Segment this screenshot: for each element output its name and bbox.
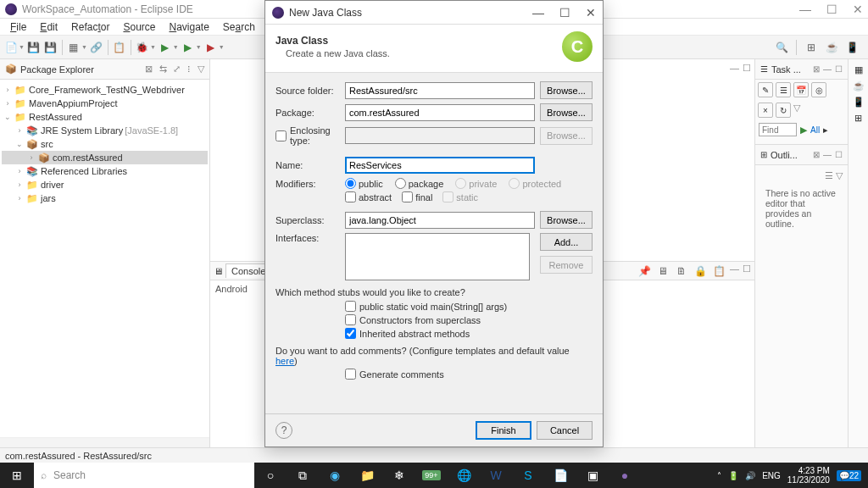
tree-reflib[interactable]: Referenced Libraries bbox=[41, 166, 127, 176]
dialog-minimize-icon[interactable]: — bbox=[532, 6, 544, 19]
source-folder-input[interactable] bbox=[345, 82, 535, 99]
tree-jre[interactable]: JRE System Library bbox=[41, 125, 123, 136]
stub-inherit-check[interactable]: Inherited abstract methods bbox=[345, 328, 593, 339]
java-perspective-icon[interactable]: ☕ bbox=[824, 40, 839, 55]
minimize-icon[interactable]: — bbox=[799, 3, 811, 16]
find-input[interactable] bbox=[759, 123, 797, 136]
battery-icon[interactable]: 🔋 bbox=[728, 471, 738, 480]
link-editor-icon[interactable]: ⤢ bbox=[173, 64, 181, 74]
close-icon[interactable]: ✕ bbox=[853, 3, 863, 16]
sync-icon[interactable]: ↻ bbox=[776, 103, 791, 118]
volume-icon[interactable]: 🔊 bbox=[745, 471, 755, 480]
open-type-icon[interactable]: 📋 bbox=[112, 40, 127, 55]
package-tree[interactable]: ›📁Core_Framework_TestNG_Webdriver ›📁Mave… bbox=[0, 80, 209, 437]
menu-file[interactable]: File bbox=[3, 19, 33, 35]
menu-source[interactable]: Source bbox=[116, 19, 162, 35]
tree-pkg[interactable]: com.restAssured bbox=[53, 152, 123, 163]
tree-driver[interactable]: driver bbox=[41, 180, 64, 190]
menu-search[interactable]: Search bbox=[216, 19, 262, 35]
outline-min-icon[interactable]: — bbox=[823, 150, 832, 159]
outline-max-icon[interactable]: ☐ bbox=[835, 150, 843, 159]
store-icon[interactable]: ❄ bbox=[383, 463, 415, 488]
mod-public-radio[interactable]: public bbox=[345, 178, 383, 189]
collapse-all-icon[interactable]: ⇆ bbox=[159, 64, 167, 74]
eclipse-tb-icon[interactable]: ● bbox=[609, 463, 641, 488]
dialog-close-icon[interactable]: ✕ bbox=[586, 6, 596, 19]
persp-icon-1[interactable]: ▦ bbox=[854, 64, 863, 75]
class-name-input[interactable] bbox=[345, 157, 535, 174]
outline-menu-icon[interactable]: ☰ ▽ bbox=[825, 170, 843, 180]
notepad-icon[interactable]: 📄 bbox=[544, 463, 576, 488]
open-perspective-icon[interactable]: ⊞ bbox=[804, 40, 819, 55]
system-clock[interactable]: 4:23 PM 11/23/2020 bbox=[787, 466, 830, 485]
link-icon[interactable]: 🔗 bbox=[89, 40, 104, 55]
pin-console-icon[interactable]: 📌 bbox=[637, 263, 652, 279]
browse-superclass-button[interactable]: Browse... bbox=[540, 211, 593, 229]
maximize-console-icon[interactable]: ☐ bbox=[743, 263, 751, 279]
filters-icon[interactable]: ⫶ bbox=[186, 64, 192, 74]
close-task-view-icon[interactable]: ⊠ bbox=[813, 64, 820, 74]
find-play-icon[interactable]: ▸ bbox=[823, 125, 828, 136]
cmd-icon[interactable]: ▣ bbox=[576, 463, 609, 488]
menu-refactor[interactable]: Refactor bbox=[64, 19, 116, 35]
minimize-view-icon[interactable]: — bbox=[730, 63, 739, 74]
interfaces-list[interactable] bbox=[345, 233, 530, 280]
display-console-icon[interactable]: 🖥 bbox=[655, 263, 670, 279]
gen-comments-check[interactable] bbox=[345, 369, 356, 380]
menu-navigate[interactable]: Navigate bbox=[162, 19, 215, 35]
start-button[interactable]: ⊞ bbox=[0, 463, 34, 488]
tray-up-icon[interactable]: ˄ bbox=[717, 471, 721, 480]
stub-main-check[interactable]: public static void main(String[] args) bbox=[345, 301, 593, 312]
browse-source-button[interactable]: Browse... bbox=[540, 81, 593, 99]
task-max-icon[interactable]: ☐ bbox=[835, 64, 843, 74]
collapse-icon[interactable]: × bbox=[758, 103, 773, 118]
persp-icon-4[interactable]: ⊞ bbox=[854, 113, 862, 124]
superclass-input[interactable] bbox=[345, 212, 535, 229]
clear-console-icon[interactable]: 🗎 bbox=[674, 263, 689, 279]
enclosing-type-checkbox[interactable] bbox=[275, 130, 287, 141]
schedule-icon[interactable]: 📅 bbox=[793, 82, 809, 97]
task-view-icon[interactable]: ⧉ bbox=[287, 463, 319, 488]
debug-icon[interactable]: 🐞 bbox=[135, 40, 150, 55]
find-all-link[interactable]: All bbox=[810, 125, 820, 135]
taskbar-search[interactable]: ⌕ Search bbox=[34, 463, 254, 488]
eng-icon[interactable]: ENG bbox=[762, 471, 781, 480]
help-icon[interactable]: ? bbox=[275, 422, 292, 439]
view-menu-icon[interactable]: ▽ bbox=[198, 64, 204, 74]
tree-project[interactable]: MavenAppiumProject bbox=[29, 98, 118, 108]
persp-icon-2[interactable]: ☕ bbox=[853, 80, 865, 92]
hscrollbar[interactable] bbox=[0, 437, 209, 447]
mod-final-check[interactable]: final bbox=[402, 191, 432, 202]
skype-icon[interactable]: S bbox=[512, 463, 544, 488]
cortana-icon[interactable]: ○ bbox=[254, 463, 287, 488]
msgs-icon[interactable]: 99+ bbox=[415, 463, 448, 488]
stub-ctors-check[interactable]: Constructors from superclass bbox=[345, 314, 593, 325]
task-dd-icon[interactable]: ▽ bbox=[793, 103, 800, 118]
explorer-icon[interactable]: 📁 bbox=[351, 463, 383, 488]
tree-project[interactable]: RestAssured bbox=[29, 112, 82, 122]
save-icon[interactable]: 💾 bbox=[26, 40, 42, 55]
new-icon[interactable]: 📄 bbox=[3, 40, 19, 55]
tree-src[interactable]: src bbox=[41, 139, 53, 149]
ddms-perspective-icon[interactable]: 📱 bbox=[844, 40, 860, 55]
tree-jars[interactable]: jars bbox=[41, 193, 56, 203]
new-task-icon[interactable]: ✎ bbox=[758, 82, 773, 97]
mod-package-radio[interactable]: package bbox=[395, 178, 444, 189]
launch-mode-icon[interactable]: ▦ bbox=[66, 40, 81, 55]
save-all-icon[interactable]: 💾 bbox=[43, 40, 58, 55]
persp-icon-3[interactable]: 📱 bbox=[853, 97, 865, 108]
run-icon[interactable]: ▶ bbox=[158, 40, 173, 55]
minimize-console-icon[interactable]: — bbox=[730, 263, 739, 279]
finish-button[interactable]: Finish bbox=[476, 421, 531, 440]
maximize-icon[interactable]: ☐ bbox=[826, 3, 837, 16]
menu-edit[interactable]: Edit bbox=[33, 19, 64, 35]
notification-icon[interactable]: 💬22 bbox=[837, 470, 861, 481]
cancel-button[interactable]: Cancel bbox=[537, 421, 593, 440]
coverage-icon[interactable]: ▶ bbox=[181, 40, 196, 55]
run-find-icon[interactable]: ▶ bbox=[800, 125, 807, 136]
mod-abstract-check[interactable]: abstract bbox=[345, 191, 392, 202]
package-input[interactable] bbox=[345, 104, 535, 121]
add-interface-button[interactable]: Add... bbox=[540, 233, 593, 251]
config-templates-link[interactable]: here bbox=[275, 356, 294, 366]
dialog-titlebar[interactable]: New Java Class — ☐ ✕ bbox=[265, 1, 603, 25]
